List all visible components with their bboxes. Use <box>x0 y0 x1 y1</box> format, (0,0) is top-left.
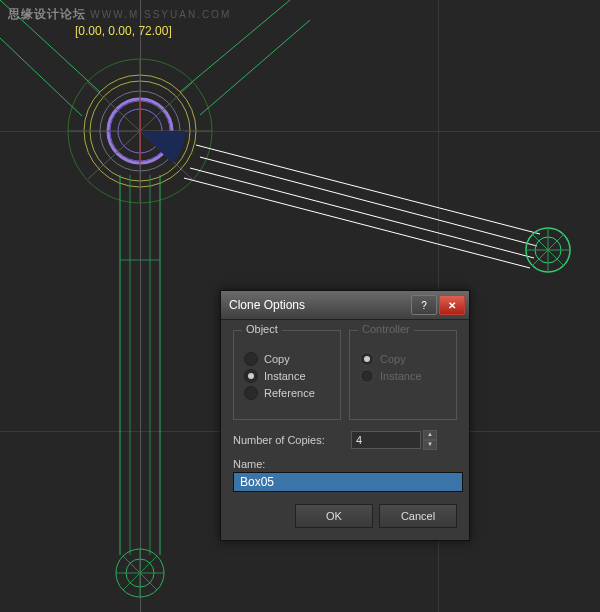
svg-line-44 <box>548 250 564 266</box>
ok-button[interactable]: OK <box>295 504 373 528</box>
object-groupbox: Object Copy Instance Reference <box>233 330 341 420</box>
name-row: Name: <box>233 458 457 492</box>
cancel-button[interactable]: Cancel <box>379 504 457 528</box>
watermark: 思缘设计论坛 WWW.MISSYUAN.COM <box>8 6 231 23</box>
svg-line-29 <box>123 556 140 573</box>
object-legend: Object <box>242 323 282 335</box>
radio-label: Instance <box>380 370 422 382</box>
svg-line-48 <box>532 234 548 250</box>
help-button[interactable]: ? <box>411 295 437 315</box>
spin-down-icon[interactable]: ▼ <box>423 440 437 450</box>
svg-line-38 <box>184 178 530 268</box>
radio-icon <box>360 352 374 366</box>
svg-line-42 <box>548 234 564 250</box>
copies-label: Number of Copies: <box>233 434 343 446</box>
watermark-cn: 思缘设计论坛 <box>8 7 86 21</box>
svg-line-32 <box>0 38 82 116</box>
dialog-titlebar[interactable]: Clone Options ? ✕ <box>221 291 469 320</box>
radio-reference[interactable]: Reference <box>244 386 330 400</box>
coordinate-readout: [0.00, 0.00, 72.00] <box>75 24 172 38</box>
radio-label: Copy <box>264 353 290 365</box>
radio-label: Reference <box>264 387 315 399</box>
radio-controller-copy: Copy <box>360 352 446 366</box>
svg-line-34 <box>200 20 310 115</box>
radio-controller-instance: Instance <box>360 369 446 383</box>
radio-icon <box>244 386 258 400</box>
radio-copy[interactable]: Copy <box>244 352 330 366</box>
dialog-title: Clone Options <box>229 298 409 312</box>
radio-icon <box>244 369 258 383</box>
copies-input[interactable] <box>351 431 421 449</box>
controller-legend: Controller <box>358 323 414 335</box>
cancel-label: Cancel <box>401 510 435 522</box>
spin-up-icon[interactable]: ▲ <box>423 430 437 440</box>
name-input[interactable] <box>233 472 463 492</box>
ok-label: OK <box>326 510 342 522</box>
svg-line-36 <box>190 168 534 258</box>
help-icon: ? <box>421 300 427 311</box>
copies-spinner[interactable]: ▲ ▼ <box>351 430 437 450</box>
svg-line-25 <box>140 573 157 590</box>
radio-label: Instance <box>264 370 306 382</box>
watermark-url: WWW.MISSYUAN.COM <box>90 9 231 20</box>
svg-line-23 <box>140 556 157 573</box>
dialog-body: Object Copy Instance Reference Controlle… <box>221 320 469 540</box>
controller-groupbox: Controller Copy Instance <box>349 330 457 420</box>
svg-line-27 <box>123 573 140 590</box>
svg-line-46 <box>532 250 548 266</box>
radio-label: Copy <box>380 353 406 365</box>
radio-icon <box>244 352 258 366</box>
radio-instance[interactable]: Instance <box>244 369 330 383</box>
svg-line-35 <box>196 145 540 234</box>
clone-options-dialog: Clone Options ? ✕ Object Copy Instance R… <box>220 290 470 541</box>
close-icon: ✕ <box>448 300 456 311</box>
svg-line-37 <box>200 157 537 246</box>
radio-icon <box>360 369 374 383</box>
close-button[interactable]: ✕ <box>439 295 465 315</box>
name-label: Name: <box>233 458 457 470</box>
copies-row: Number of Copies: ▲ ▼ <box>233 430 457 450</box>
